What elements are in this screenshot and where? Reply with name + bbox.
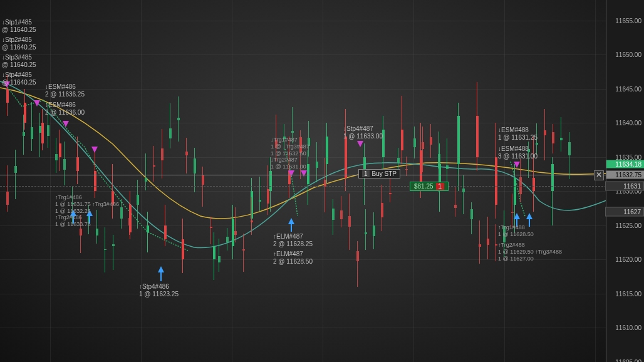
gridline-h <box>0 21 606 21</box>
zigzag-3 <box>511 162 525 216</box>
price-marker-label: 11631 <box>605 182 644 191</box>
note-esm488: ↓ESM#4881 @ 11631.25 <box>498 127 538 142</box>
note-stp487: ↓Stp4#4871 @ 11633.00 <box>343 125 383 140</box>
sell-marker-icon <box>514 162 520 168</box>
note-stp485: ↓Stp4#485@ 11640.25 <box>2 71 36 86</box>
y-tick-label: 11615.00 <box>615 290 641 297</box>
chart-area[interactable]: ↓Stp1#485@ 11640.25 ↓Stp2#485@ 11640.25 … <box>0 0 606 362</box>
sell-marker-icon <box>301 170 307 177</box>
entry-line <box>0 186 606 187</box>
gridline-h <box>0 89 606 90</box>
sell-marker-icon <box>34 100 40 106</box>
y-tick-label: 11645.00 <box>615 85 641 92</box>
note-esm488: ↓ESM#4883 @ 11631.00 <box>498 145 538 160</box>
pnl-badge: $81.251 <box>410 182 449 191</box>
order-badge[interactable]: 1 Buy STP <box>358 169 400 178</box>
buy-marker-icon <box>514 213 520 219</box>
order-qty: 1 <box>362 170 370 177</box>
note-elm487: ↑ELM#4872 @ 11628.25 <box>273 233 313 248</box>
order-line-stp[interactable] <box>0 175 606 175</box>
buy-marker-icon <box>288 218 294 224</box>
sell-marker-icon <box>63 121 69 127</box>
note-elm487: ↑ELM#4872 @ 11628.50 <box>273 251 313 266</box>
marker-stem <box>160 272 162 281</box>
gridline-h <box>0 259 606 260</box>
note-trg487: ↓Trg1#487 1 @ ↓Trg3#487 1 @ 11632.50 ↓Tr… <box>271 137 309 170</box>
price-axis[interactable]: 11655.0011650.0011645.0011640.0011635.00… <box>606 0 644 362</box>
y-tick-label: 11605.00 <box>615 359 641 363</box>
y-tick-label: 11640.00 <box>615 120 641 127</box>
note-stp485: ↓Stp2#485@ 11640.25 <box>2 36 36 51</box>
y-tick-label: 11610.00 <box>615 324 641 331</box>
sell-marker-icon <box>91 147 98 153</box>
note-trg488: ↑Trg1#4881 @ 11628.50 <box>498 224 534 238</box>
gridline-h <box>0 191 606 192</box>
buy-marker-icon <box>158 266 164 272</box>
note-esm486: ↓ESM#4862 @ 11636.00 <box>45 101 85 116</box>
position-size: 1 <box>436 183 445 190</box>
sell-marker-icon <box>357 141 363 147</box>
buy-marker-icon <box>526 213 532 219</box>
note-stp486: ↑Stp4#4861 @ 11623.25 <box>139 283 179 298</box>
note-trg486: ↑Trg1#486 1 @ 11631.75 ↑Trg3#486 1 @ 116… <box>55 194 119 214</box>
gridline-h <box>0 123 606 123</box>
current-price-label: 11634.18 <box>606 160 644 168</box>
close-order-button[interactable]: ✕ <box>594 170 604 180</box>
y-tick-label: 11620.00 <box>615 256 641 263</box>
gridline-h <box>0 225 606 226</box>
y-tick-label: 11655.00 <box>615 17 641 24</box>
gridline-h <box>0 294 606 294</box>
y-tick-label: 11650.00 <box>615 51 641 58</box>
order-price-label: 11632.75 <box>606 171 644 179</box>
order-label: Buy STP <box>372 170 397 177</box>
pnl-value: $81.25 <box>414 183 434 190</box>
sell-marker-icon <box>288 170 294 177</box>
y-tick-label: 11625.00 <box>615 222 641 229</box>
note-esm486: ↓ESM#4862 @ 11636.25 <box>45 83 85 98</box>
gridline-h <box>0 328 606 328</box>
gridline-h <box>0 54 606 55</box>
gridline-h <box>0 157 606 158</box>
price-marker-label: 11627 <box>605 207 644 217</box>
note-stp485: ↓Stp3#485@ 11640.25 <box>2 54 36 69</box>
